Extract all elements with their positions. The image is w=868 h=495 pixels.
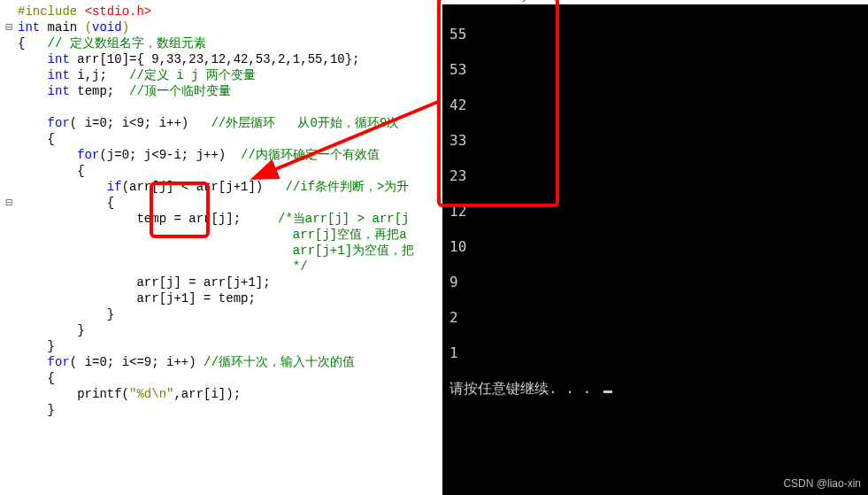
code-line: for(j=0; j<9-i; j++) //内循环确定一个有效值 <box>18 147 451 163</box>
code-line: { // 定义数组名字，数组元素 <box>18 35 451 51</box>
console-line: 2 <box>449 309 861 327</box>
console-title: C:\WINDOWS\system32\cmd.exe <box>447 0 605 2</box>
code-line: arr[j+1] = temp; <box>18 290 451 306</box>
console-line: 55 <box>449 26 861 43</box>
console-line: 53 <box>449 61 861 79</box>
code-line: int temp; //顶一个临时变量 <box>18 83 451 99</box>
fold-toggle-icon[interactable]: ⊟ <box>0 195 18 211</box>
console-line: 10 <box>449 238 861 256</box>
code-line: #include <stdio.h> <box>18 4 451 19</box>
console-prompt: 请按任意键继续. . . <box>449 380 861 398</box>
console-line: 1 <box>449 344 861 362</box>
console-line: 9 <box>449 274 861 291</box>
code-line: { <box>18 370 451 386</box>
code-line: arr[j+1]为空值，把 <box>18 243 451 259</box>
code-line: temp = arr[j]; /*当arr[j] > arr[j <box>18 211 451 227</box>
code-line: } <box>18 338 451 354</box>
console-line: 12 <box>449 203 861 220</box>
code-line: { <box>18 195 451 211</box>
code-line: } <box>18 402 451 418</box>
code-line: */ <box>18 259 451 275</box>
code-line: for( i=0; i<9; i++) //外层循环 从0开始，循环9次 <box>18 115 451 131</box>
code-line: } <box>18 322 451 338</box>
code-line: arr[j] = arr[j+1]; <box>18 275 451 290</box>
code-line: int i,j; //定义 i j 两个变量 <box>18 67 451 83</box>
code-line: } <box>18 306 451 322</box>
code-line <box>18 99 451 115</box>
code-line: arr[j]空值，再把a <box>18 227 451 243</box>
code-line: { <box>18 163 451 179</box>
code-line: printf("%d\n",arr[i]); <box>18 386 451 402</box>
fold-toggle-icon[interactable]: ⊟ <box>0 19 18 35</box>
code-line: int main (void) <box>18 19 451 35</box>
console-output-pane[interactable]: 55 53 42 33 23 12 10 9 2 1 请按任意键继续. . . <box>442 4 868 495</box>
console-line: 42 <box>449 97 861 114</box>
code-line: { <box>18 131 451 147</box>
console-line: 33 <box>449 132 861 150</box>
code-line: if(arr[j] < arr[j+1]) //if条件判断，>为升 <box>18 179 451 195</box>
watermark-text: CSDN @liao-xin <box>783 477 861 490</box>
code-line: for( i=0; i<=9; i++) //循环十次，输入十次的值 <box>18 354 451 370</box>
cursor-icon <box>603 391 612 393</box>
console-line: 23 <box>449 167 861 185</box>
code-line: int arr[10]={ 9,33,23,12,42,53,2,1,55,10… <box>18 51 451 67</box>
code-editor-pane[interactable]: #include <stdio.h> ⊟int main (void) { //… <box>0 0 451 495</box>
